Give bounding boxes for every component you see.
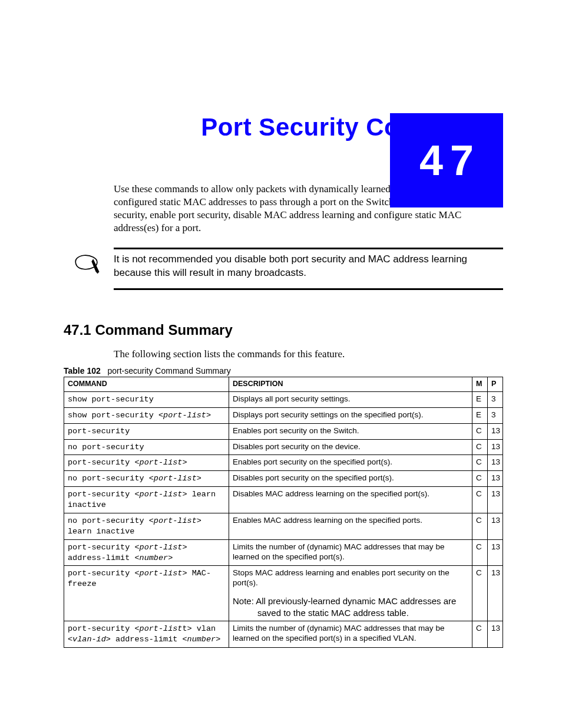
cell-command: port-security <port-list> [64, 455, 229, 471]
cell-description: Displays port security settings on the s… [229, 407, 472, 423]
row-note: Note: All previously-learned dynamic MAC… [233, 595, 468, 618]
th-m: M [472, 377, 488, 392]
cell-description: Limits the number of (dynamic) MAC addre… [229, 621, 472, 648]
note-rule-bottom [114, 288, 503, 290]
cell-p: 13 [488, 423, 503, 439]
table-label: Table 102 [64, 366, 101, 375]
cell-m: E [472, 391, 488, 407]
cell-p: 13 [488, 439, 503, 455]
cell-m: C [472, 513, 488, 539]
cell-m: C [472, 423, 488, 439]
cell-description: Displays all port security settings. [229, 391, 472, 407]
cell-m: C [472, 471, 488, 487]
handwriting-note-icon [64, 253, 114, 275]
table-row: show port-security <port-list>Displays p… [64, 407, 503, 423]
cell-p: 13 [488, 487, 503, 513]
section-intro: The following section lists the commands… [114, 348, 503, 360]
cell-command: show port-security <port-list> [64, 407, 229, 423]
cell-m: C [472, 539, 488, 566]
table-row: show port-securityDisplays all port secu… [64, 391, 503, 407]
table-row: port-security <port-list> learn inactive… [64, 487, 503, 513]
table-row: port-securityEnables port security on th… [64, 423, 503, 439]
table-caption-text: port-security Command Summary [107, 366, 230, 375]
cell-description: Disables port security on the device. [229, 439, 472, 455]
cell-command: no port-security <port-list> learn inact… [64, 513, 229, 539]
table-row: no port-securityDisables port security o… [64, 439, 503, 455]
cell-description: Enables port security on the Switch. [229, 423, 472, 439]
section-heading: 47.1 Command Summary [64, 322, 503, 338]
cell-command: port-security <port-list> learn inactive [64, 487, 229, 513]
cell-m: C [472, 621, 488, 648]
table-header-row: COMMAND DESCRIPTION M P [64, 377, 503, 392]
note-block: It is not recommended you disable both p… [64, 248, 503, 290]
cell-command: no port-security [64, 439, 229, 455]
chapter-number-badge: 47 [390, 113, 503, 207]
th-p: P [488, 377, 503, 392]
cell-p: 3 [488, 407, 503, 423]
cell-p: 13 [488, 566, 503, 621]
cell-m: C [472, 439, 488, 455]
cell-description: Disables MAC address learning on the spe… [229, 487, 472, 513]
cell-description: Enables MAC address learning on the spec… [229, 513, 472, 539]
cell-p: 13 [488, 455, 503, 471]
table-row: port-security <port-listt> vlan <vlan-id… [64, 621, 503, 648]
cell-command: port-security <port-list> address-limit … [64, 539, 229, 566]
table-row: port-security <port-list> address-limit … [64, 539, 503, 566]
cell-description: Enables port security on the specified p… [229, 455, 472, 471]
cell-m: C [472, 566, 488, 621]
cell-m: C [472, 487, 488, 513]
table-row: port-security <port-list>Enables port se… [64, 455, 503, 471]
note-text: It is not recommended you disable both p… [114, 253, 503, 280]
table-row: no port-security <port-list> learn inact… [64, 513, 503, 539]
table-caption: Table 102 port-security Command Summary [64, 366, 503, 375]
table-row: port-security <port-list> MAC-freezeStop… [64, 566, 503, 621]
command-summary-table: COMMAND DESCRIPTION M P show port-securi… [64, 377, 503, 648]
cell-command: show port-security [64, 391, 229, 407]
th-command: COMMAND [64, 377, 229, 392]
cell-description: Disables port security on the specified … [229, 471, 472, 487]
cell-p: 13 [488, 621, 503, 648]
cell-p: 13 [488, 513, 503, 539]
cell-p: 13 [488, 539, 503, 566]
th-description: DESCRIPTION [229, 377, 472, 392]
cell-p: 3 [488, 391, 503, 407]
cell-p: 13 [488, 471, 503, 487]
chapter-number: 47 [419, 136, 481, 185]
cell-m: C [472, 455, 488, 471]
cell-m: E [472, 407, 488, 423]
cell-command: port-security [64, 423, 229, 439]
table-row: no port-security <port-list>Disables por… [64, 471, 503, 487]
cell-command: no port-security <port-list> [64, 471, 229, 487]
cell-command: port-security <port-list> MAC-freeze [64, 566, 229, 621]
cell-description: Stops MAC address learning and enables p… [229, 566, 472, 621]
cell-command: port-security <port-listt> vlan <vlan-id… [64, 621, 229, 648]
note-rule-top [114, 248, 503, 249]
cell-description: Limits the number of (dynamic) MAC addre… [229, 539, 472, 566]
